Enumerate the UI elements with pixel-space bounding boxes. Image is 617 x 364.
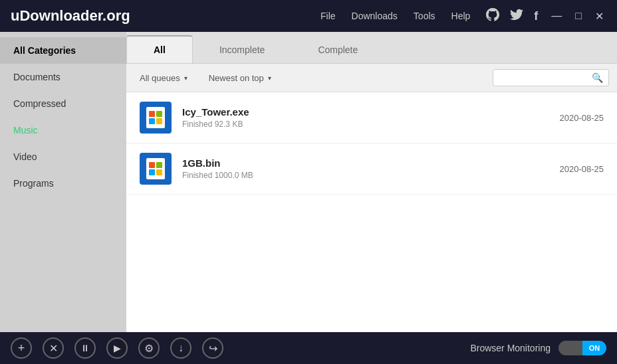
sort-filter-label: Newest on top bbox=[209, 73, 264, 83]
file-status-1: Finished 92.3 KB bbox=[182, 120, 549, 129]
download-item-1[interactable]: Icy_Tower.exe Finished 92.3 KB 2020-08-2… bbox=[126, 92, 617, 143]
close-button[interactable]: ✕ bbox=[592, 9, 606, 24]
forward-button[interactable]: ↪ bbox=[202, 337, 223, 359]
search-box[interactable]: 🔍 bbox=[493, 69, 609, 86]
tab-all[interactable]: All bbox=[126, 35, 193, 63]
sidebar-item-compressed[interactable]: Compressed bbox=[0, 90, 126, 117]
sidebar-item-music[interactable]: Music bbox=[0, 117, 126, 143]
queue-filter-label: All queues bbox=[140, 73, 180, 83]
filter-bar: All queues ▾ Newest on top ▾ 🔍 bbox=[126, 64, 617, 92]
file-name-2: 1GB.bin bbox=[182, 157, 549, 169]
file-date-1: 2020-08-25 bbox=[560, 113, 604, 123]
social-icons: f bbox=[486, 8, 538, 25]
search-icon[interactable]: 🔍 bbox=[592, 72, 603, 83]
titlebar: uDownloader.org File Downloads Tools Hel… bbox=[0, 0, 617, 32]
settings-button[interactable]: ⚙ bbox=[138, 337, 160, 359]
browser-monitoring-toggle[interactable]: ON bbox=[558, 341, 606, 355]
file-date-2: 2020-08-25 bbox=[560, 164, 604, 174]
twitter-icon[interactable] bbox=[510, 8, 523, 25]
file-name-1: Icy_Tower.exe bbox=[182, 106, 549, 118]
download-item-2[interactable]: 1GB.bin Finished 1000.0 MB 2020-08-25 bbox=[126, 143, 617, 195]
facebook-icon[interactable]: f bbox=[534, 9, 538, 23]
add-button[interactable]: + bbox=[11, 337, 32, 359]
browser-monitoring-section: Browser Monitoring ON bbox=[470, 341, 606, 355]
main-layout: All Categories Documents Compressed Musi… bbox=[0, 32, 617, 332]
queue-filter[interactable]: All queues ▾ bbox=[134, 70, 193, 86]
github-icon[interactable] bbox=[486, 8, 499, 25]
sidebar: All Categories Documents Compressed Musi… bbox=[0, 32, 126, 332]
sidebar-item-all-categories[interactable]: All Categories bbox=[0, 37, 126, 64]
toggle-off-part bbox=[558, 341, 582, 355]
cancel-button[interactable]: ✕ bbox=[43, 337, 64, 359]
browser-monitoring-label: Browser Monitoring bbox=[470, 343, 551, 353]
sidebar-item-documents[interactable]: Documents bbox=[0, 64, 126, 90]
sort-chevron-icon: ▾ bbox=[268, 74, 271, 82]
app-logo: uDownloader.org bbox=[11, 7, 320, 25]
sidebar-item-video[interactable]: Video bbox=[0, 143, 126, 170]
menu-tools[interactable]: Tools bbox=[414, 11, 435, 21]
file-info-2: 1GB.bin Finished 1000.0 MB bbox=[182, 157, 549, 180]
file-icon-1 bbox=[140, 102, 172, 134]
tab-complete[interactable]: Complete bbox=[291, 37, 384, 63]
maximize-button[interactable]: □ bbox=[572, 9, 584, 23]
file-icon-2 bbox=[140, 153, 172, 185]
toggle-on-part: ON bbox=[582, 341, 606, 355]
file-info-1: Icy_Tower.exe Finished 92.3 KB bbox=[182, 106, 549, 129]
pause-button[interactable]: ⏸ bbox=[74, 337, 96, 359]
search-input[interactable] bbox=[499, 73, 592, 83]
download-list: Icy_Tower.exe Finished 92.3 KB 2020-08-2… bbox=[126, 92, 617, 332]
menu-downloads[interactable]: Downloads bbox=[352, 11, 398, 21]
download-button[interactable]: ↓ bbox=[170, 337, 191, 359]
window-controls: — □ ✕ bbox=[549, 9, 606, 24]
file-status-2: Finished 1000.0 MB bbox=[182, 171, 549, 180]
tab-incomplete[interactable]: Incomplete bbox=[193, 37, 291, 63]
content-area: All Incomplete Complete All queues ▾ New… bbox=[126, 32, 617, 332]
menu-bar: File Downloads Tools Help bbox=[320, 11, 470, 21]
menu-help[interactable]: Help bbox=[451, 11, 471, 21]
bottom-bar: + ✕ ⏸ ▶ ⚙ ↓ ↪ Browser Monitoring ON bbox=[0, 332, 617, 364]
minimize-button[interactable]: — bbox=[549, 9, 564, 23]
queue-chevron-icon: ▾ bbox=[184, 74, 187, 82]
play-button[interactable]: ▶ bbox=[106, 337, 128, 359]
sort-filter[interactable]: Newest on top ▾ bbox=[203, 70, 277, 86]
sidebar-item-programs[interactable]: Programs bbox=[0, 170, 126, 197]
tabs-bar: All Incomplete Complete bbox=[126, 32, 617, 64]
menu-file[interactable]: File bbox=[320, 11, 336, 21]
